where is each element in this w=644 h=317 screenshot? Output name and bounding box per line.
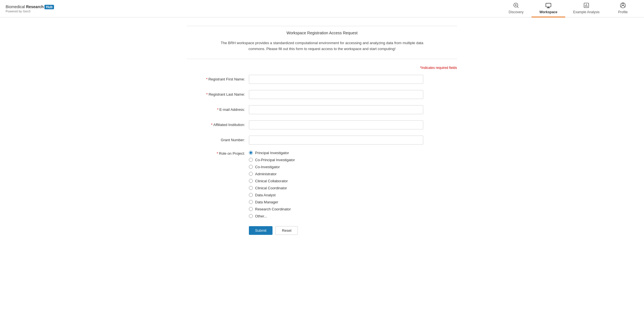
role-row: *Role on Project: Principal Investigator…: [187, 151, 457, 218]
grant-row: Grant Number:: [187, 136, 457, 145]
grant-label: Grant Number:: [187, 138, 249, 142]
role-clinical-coordinator[interactable]: Clinical Coordinator: [249, 186, 295, 190]
institution-label: *Affiliated Institution:: [187, 123, 249, 127]
last-name-input[interactable]: [249, 90, 423, 99]
role-co-principal-investigator[interactable]: Co-Principal Investigator: [249, 158, 295, 162]
role-label-data-manager: Data Manager: [255, 200, 278, 204]
institution-input[interactable]: [249, 120, 423, 129]
example-analysis-icon: [583, 2, 589, 9]
email-row: *E-mail Address:: [187, 105, 457, 114]
role-radio-co-investigator[interactable]: [249, 165, 253, 169]
nav-tab-discovery[interactable]: Discovery: [501, 0, 532, 17]
role-label-data-analyst: Data Analyst: [255, 193, 276, 197]
last-name-label: *Registrant Last Name:: [187, 92, 249, 96]
discovery-label: Discovery: [509, 10, 524, 14]
role-required-star: *: [217, 151, 218, 156]
first-name-required-star: *: [206, 77, 208, 81]
role-radio-data-manager[interactable]: [249, 200, 253, 204]
header: Biomedical ResearchHub Powered by Gen3 D…: [0, 0, 644, 17]
last-name-required-star: *: [206, 92, 208, 96]
role-data-manager[interactable]: Data Manager: [249, 200, 295, 204]
logo: Biomedical ResearchHub Powered by Gen3: [6, 5, 54, 13]
role-label-co-principal-investigator: Co-Principal Investigator: [255, 158, 295, 162]
first-name-label: *Registrant First Name:: [187, 77, 249, 81]
logo-title: Biomedical ResearchHub: [6, 5, 54, 9]
top-divider: [187, 26, 457, 26]
role-radio-principal-investigator[interactable]: [249, 151, 253, 155]
role-label: *Role on Project:: [187, 151, 249, 156]
role-radio-co-principal-investigator[interactable]: [249, 158, 253, 162]
form-description: The BRH workspace provides a standardize…: [212, 40, 432, 52]
role-radio-administrator[interactable]: [249, 172, 253, 176]
workspace-icon: [545, 2, 551, 9]
nav-tab-example-analysis[interactable]: Example Analysis: [565, 0, 607, 17]
last-name-row: *Registrant Last Name:: [187, 90, 457, 99]
svg-rect-4: [546, 3, 551, 7]
first-name-row: *Registrant First Name:: [187, 75, 457, 84]
main-nav: Discovery Workspace Example Analysis Pro…: [501, 0, 638, 17]
role-clinical-collaborator[interactable]: Clinical Collaborator: [249, 179, 295, 183]
brand-badge: Hub: [44, 5, 54, 9]
brand-prefix: Biomedical: [6, 5, 26, 9]
institution-row: *Affiliated Institution:: [187, 120, 457, 129]
svg-point-10: [622, 3, 624, 5]
workspace-label: Workspace: [539, 10, 557, 14]
role-radio-group: Principal Investigator Co-Principal Inve…: [249, 151, 295, 218]
role-administrator[interactable]: Administrator: [249, 172, 295, 176]
role-label-administrator: Administrator: [255, 172, 277, 176]
email-input[interactable]: [249, 105, 423, 114]
brand-bold: Research: [26, 5, 44, 9]
role-other[interactable]: Other...: [249, 214, 295, 218]
email-required-star: *: [217, 107, 219, 112]
form-section: Workspace Registration Access Request Th…: [187, 26, 457, 235]
institution-required-star: *: [211, 123, 212, 127]
role-label-clinical-coordinator: Clinical Coordinator: [255, 186, 287, 190]
role-principal-investigator[interactable]: Principal Investigator: [249, 151, 295, 155]
svg-line-1: [517, 6, 518, 8]
role-radio-clinical-coordinator[interactable]: [249, 186, 253, 190]
form-title: Workspace Registration Access Request: [187, 31, 457, 35]
required-note: *Indicates required fields: [187, 66, 457, 70]
email-label: *E-mail Address:: [187, 107, 249, 112]
nav-tab-workspace[interactable]: Workspace: [532, 0, 565, 17]
submit-button[interactable]: Submit: [249, 226, 273, 235]
profile-label: Profile: [618, 10, 628, 14]
role-radio-data-analyst[interactable]: [249, 193, 253, 197]
role-radio-research-coordinator[interactable]: [249, 207, 253, 211]
reset-button[interactable]: Reset: [275, 226, 298, 235]
role-co-investigator[interactable]: Co-Investigator: [249, 165, 295, 169]
profile-icon: [620, 2, 626, 9]
discovery-icon: [513, 2, 519, 9]
role-label-co-investigator: Co-Investigator: [255, 165, 280, 169]
grant-input[interactable]: [249, 136, 423, 145]
role-label-principal-investigator: Principal Investigator: [255, 151, 289, 155]
logo-subtitle: Powered by Gen3: [6, 10, 54, 13]
first-name-input[interactable]: [249, 75, 423, 84]
role-label-clinical-collaborator: Clinical Collaborator: [255, 179, 288, 183]
role-label-research-coordinator: Research Coordinator: [255, 207, 291, 211]
form-buttons: Submit Reset: [187, 226, 457, 235]
role-data-analyst[interactable]: Data Analyst: [249, 193, 295, 197]
nav-tab-profile[interactable]: Profile: [607, 0, 638, 17]
role-radio-clinical-collaborator[interactable]: [249, 179, 253, 183]
role-radio-other[interactable]: [249, 214, 253, 218]
role-label-other: Other...: [255, 214, 267, 218]
role-research-coordinator[interactable]: Research Coordinator: [249, 207, 295, 211]
main-content: Workspace Registration Access Request Th…: [0, 17, 644, 317]
mid-divider: [187, 59, 457, 59]
example-analysis-label: Example Analysis: [573, 10, 600, 14]
